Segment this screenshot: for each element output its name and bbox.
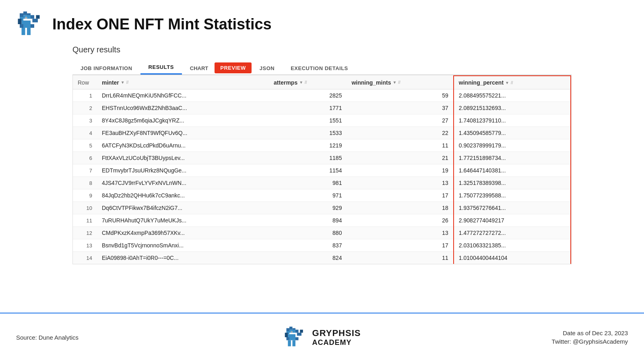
cell-minter: CMdPKxzK4xmpPa369h57XKv...: [97, 227, 269, 239]
footer-center: GRYPHSIS ACADEMY: [283, 325, 361, 349]
cell-minter: EiA09898-i0AhT=i0R0---=0C...: [97, 252, 269, 264]
table-row: 7 EDTmvybrTJsuURrkz8NQugGe... 1154 19 1.…: [73, 164, 571, 177]
footer-twitter: Twitter: @GryphsisAcademy: [361, 338, 628, 345]
tab-preview[interactable]: PREVIEW: [215, 62, 251, 73]
tab-chart-preview-group: CHART PREVIEW: [182, 62, 252, 75]
cell-minter: 8Y4xC8J8gz5m6qiaJCgkqYRZ...: [97, 114, 269, 127]
svg-rect-16: [26, 17, 27, 18]
tab-json[interactable]: JSON: [252, 62, 283, 75]
cell-winning-percent: 2.088495575221...: [454, 89, 571, 102]
cell-winning-mints: 17: [347, 239, 453, 252]
cell-attermps: 1533: [269, 127, 347, 139]
tab-chart-label[interactable]: CHART: [182, 62, 212, 75]
footer-logo-row: GRYPHSIS ACADEMY: [283, 325, 361, 349]
cell-row-num: 10: [73, 202, 97, 214]
cell-row-num: 1: [73, 89, 97, 102]
cell-winning-percent: 1.772151898734...: [454, 152, 571, 164]
cell-attermps: 1219: [269, 139, 347, 152]
table-row: 1 DrrL6R4mNEQmKiU5NhGfFCC... 2825 59 2.0…: [73, 89, 571, 102]
cell-attermps: 1185: [269, 152, 347, 164]
cell-winning-mints: 19: [347, 164, 453, 177]
cell-attermps: 2825: [269, 89, 347, 102]
table-row: 13 BsnvBd1gT5VcjrnonnoSmAnxi... 837 17 2…: [73, 239, 571, 252]
cell-attermps: 894: [269, 214, 347, 227]
col-header-winning-percent[interactable]: winning_percent ▼ //: [454, 76, 571, 89]
svg-rect-12: [33, 19, 38, 23]
cell-winning-percent: 1.477272727272...: [454, 227, 571, 239]
query-results-label: Query results: [72, 45, 572, 54]
svg-rect-14: [18, 19, 22, 25]
cell-attermps: 1551: [269, 114, 347, 127]
cell-row-num: 14: [73, 252, 97, 264]
table-row: 6 FttXAxVLzUCoUbjT3BUypsLev... 1185 21 1…: [73, 152, 571, 164]
cell-row-num: 9: [73, 189, 97, 202]
winning-percent-sort-icon: ▼: [505, 81, 509, 85]
cell-winning-mints: 21: [347, 152, 453, 164]
attermps-resize-handle[interactable]: //: [305, 80, 307, 85]
svg-rect-28: [292, 340, 295, 346]
cell-attermps: 837: [269, 239, 347, 252]
svg-rect-5: [31, 15, 34, 19]
cell-winning-percent: 1.435094585779...: [454, 127, 571, 139]
table-header-row: Row minter ▼ // attermps ▼ //: [73, 76, 571, 89]
cell-winning-percent: 1.01004400444104: [454, 252, 571, 264]
svg-rect-6: [22, 21, 31, 24]
svg-rect-9: [31, 24, 34, 28]
page-header: Index ONE NFT Mint Statistics: [0, 0, 644, 45]
cell-winning-mints: 13: [347, 227, 453, 239]
col-header-minter[interactable]: minter ▼ //: [97, 76, 269, 89]
footer-source: Source: Dune Analytics: [16, 334, 283, 341]
winning-mints-resize-handle[interactable]: //: [398, 80, 400, 85]
cell-minter: FE3auBHZXyF8NT9WfQFUv6Q...: [97, 127, 269, 139]
cell-attermps: 824: [269, 252, 347, 264]
table-row: 12 CMdPKxzK4xmpPa369h57XKv... 880 13 1.4…: [73, 227, 571, 239]
minter-sort-icon: ▼: [121, 80, 125, 85]
header-logo-icon: [16, 10, 45, 39]
table-row: 4 FE3auBHZXyF8NT9WfQFUv6Q... 1533 22 1.4…: [73, 127, 571, 139]
cell-attermps: 1771: [269, 102, 347, 114]
cell-minter: EHSTnnUco96WxBZ2NhB3aaC...: [97, 102, 269, 114]
cell-winning-percent: 2.9082774049217: [454, 214, 571, 227]
minter-resize-handle[interactable]: //: [126, 80, 129, 85]
svg-rect-24: [286, 337, 289, 340]
cell-row-num: 6: [73, 152, 97, 164]
attermps-sort-icon: ▼: [299, 80, 303, 85]
cell-winning-mints: 26: [347, 214, 453, 227]
cell-row-num: 7: [73, 164, 97, 177]
tab-execution-details[interactable]: EXECUTION DETAILS: [283, 62, 356, 75]
cell-minter: 84JqDz2hb2QHHu6k7cC9ankc...: [97, 189, 269, 202]
cell-winning-percent: 0.902378999179...: [454, 139, 571, 152]
table-row: 2 EHSTnnUco96WxBZ2NhB3aaC... 1771 37 2.0…: [73, 102, 571, 114]
cell-winning-percent: 1.750772399588...: [454, 189, 571, 202]
tabs-container: JOB INFORMATION RESULTS CHART PREVIEW JS…: [72, 61, 572, 75]
table-body: 1 DrrL6R4mNEQmKiU5NhGfFCC... 2825 59 2.0…: [73, 89, 571, 264]
table-row: 9 84JqDz2hb2QHHu6k7cC9ankc... 971 17 1.7…: [73, 189, 571, 202]
page-footer: Source: Dune Analytics: [0, 313, 644, 361]
winning-percent-resize-handle[interactable]: //: [511, 81, 513, 85]
tab-job-information[interactable]: JOB INFORMATION: [72, 62, 140, 75]
col-header-attermps[interactable]: attermps ▼ //: [269, 76, 347, 89]
cell-row-num: 3: [73, 114, 97, 127]
cell-attermps: 880: [269, 227, 347, 239]
cell-row-num: 4: [73, 127, 97, 139]
footer-date: Date as of Dec 23, 2023: [361, 330, 628, 336]
table-row: 8 4JS47CJV9rrFvLYVFxNVLnWN... 981 13 1.3…: [73, 177, 571, 189]
col-header-winning-mints[interactable]: winning_mints ▼ //: [347, 76, 453, 89]
cell-minter: BsnvBd1gT5VcjrnonnoSmAnxi...: [97, 239, 269, 252]
cell-row-num: 5: [73, 139, 97, 152]
tab-results[interactable]: RESULTS: [140, 61, 182, 75]
cell-winning-mints: 37: [347, 102, 453, 114]
page-title: Index ONE NFT Mint Statistics: [52, 16, 272, 33]
footer-right: Date as of Dec 23, 2023 Twitter: @Gryphs…: [361, 330, 628, 345]
cell-minter: Dq6CtVTPFikwx7B4ifczN2iG7...: [97, 202, 269, 214]
svg-rect-10: [22, 28, 25, 35]
cell-row-num: 2: [73, 102, 97, 114]
cell-winning-mints: 13: [347, 177, 453, 189]
cell-winning-percent: 1.646447140381...: [454, 164, 571, 177]
results-table: Row minter ▼ // attermps ▼ //: [73, 75, 571, 264]
table-row: 11 7uRURHAhutQ7UkY7uMeUKJs... 894 26 2.9…: [73, 214, 571, 227]
svg-rect-0: [20, 13, 23, 17]
cell-winning-percent: 2.089215132693...: [454, 102, 571, 114]
svg-rect-22: [295, 330, 299, 333]
cell-minter: FttXAxVLzUCoUbjT3BUypsLev...: [97, 152, 269, 164]
